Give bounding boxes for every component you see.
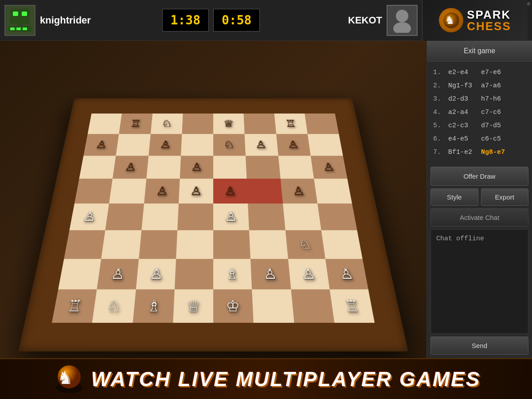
chess-cell: ♕ (213, 113, 245, 134)
chess-cell (244, 113, 276, 134)
chess-cell (146, 156, 181, 179)
chess-cell: ♘ (92, 289, 136, 323)
move-row: 5.c2-c3d7-d5 (433, 119, 526, 133)
bottom-banner[interactable]: ♞ WATCH LIVE MULTIPLAYER GAMES (0, 358, 532, 399)
style-button[interactable]: Style (430, 188, 478, 206)
chess-cell: ♙ (179, 179, 213, 203)
chess-cell (109, 179, 146, 203)
logo-area: ♞ SPARK CHESS ® (422, 0, 528, 41)
chess-cell (176, 230, 213, 258)
chess-piece: ♙ (224, 185, 237, 197)
chess-piece: ♗ (146, 298, 161, 313)
chess-cell (182, 113, 213, 134)
chess-cell (247, 179, 283, 203)
activate-chat-button[interactable]: Activate Chat (430, 208, 528, 227)
chess-cell (314, 179, 352, 203)
move-number: 5. (433, 119, 446, 133)
move-row: 1.e2-e4e7-e6 (433, 66, 526, 79)
chess-piece: ♖ (130, 119, 142, 128)
chess-cell (321, 230, 362, 258)
chess-cell: ♙ (144, 179, 180, 203)
chess-cell (88, 113, 122, 134)
opponent-timer: 0:58 (213, 9, 260, 31)
chess-cell (213, 156, 247, 179)
chess-piece: ♙ (95, 140, 108, 150)
opponent-avatar-icon (390, 8, 415, 33)
chess-cell: ♘ (285, 230, 325, 258)
sidebar: Exit game 1.e2-e4e7-e62.Ng1-f3a7-a63.d2-… (426, 41, 532, 358)
move-number: 3. (433, 93, 446, 106)
chess-piece: ♙ (124, 162, 137, 172)
chess-cell: ♖ (52, 289, 97, 323)
chess-cell (102, 230, 141, 258)
chess-cell (291, 289, 334, 323)
move-number: 4. (433, 106, 446, 119)
chess-cell: ♙ (113, 156, 149, 179)
svg-rect-6 (23, 27, 27, 30)
chess-piece: ♔ (226, 298, 240, 313)
chess-cell: ♙ (325, 258, 368, 289)
chess-piece: ♙ (338, 267, 354, 281)
chess-cell (248, 203, 285, 230)
chess-piece: ♙ (224, 211, 237, 223)
chess-piece: ♘ (297, 238, 312, 251)
chess-cell: ♙ (97, 258, 139, 289)
move-row: 6.e4-e5c6-c5 (433, 133, 526, 146)
chess-cell (213, 230, 250, 258)
svg-rect-2 (22, 12, 27, 16)
move-row: 7.Bf1-e2Ng8-e7 (433, 146, 526, 159)
chess-cell: ♙ (213, 179, 248, 203)
chess-piece: ♙ (190, 185, 202, 197)
banner-text: WATCH LIVE MULTIPLAYER GAMES (91, 367, 481, 391)
move-black: a7-a6 (481, 79, 501, 93)
chess-cell: ♙ (149, 134, 182, 156)
chess-piece: ♙ (82, 211, 97, 223)
chess-piece: ♘ (161, 119, 172, 128)
exit-game-button[interactable]: Exit game (427, 41, 532, 62)
offer-draw-button[interactable]: Offer Draw (430, 167, 528, 186)
svg-rect-7 (17, 24, 23, 27)
chess-cell (305, 113, 339, 134)
chess-cell (64, 230, 105, 258)
chess-piece: ♕ (223, 119, 234, 128)
chess-cell: ♕ (173, 289, 213, 323)
move-white: Bf1-e2 (448, 146, 478, 159)
spark-text: SPARK CHESS (467, 9, 511, 32)
chess-cell (74, 179, 113, 203)
chess-cell: ♙ (280, 179, 317, 203)
move-white: Ng1-f3 (448, 79, 478, 93)
chess-cell (175, 258, 213, 289)
send-button[interactable]: Send (430, 336, 528, 355)
chess-piece: ♙ (156, 185, 168, 197)
player-avatar (4, 5, 35, 36)
chess-piece: ♕ (186, 298, 201, 313)
chess-piece: ♖ (344, 298, 360, 313)
board-frame: ♖♘♕♖♙♙♘♙♙♙♙♙♙♙♙♙♙♙♘♙♙♗♙♙♙♖♘♗♕♔♖ (18, 98, 408, 351)
svg-rect-0 (10, 9, 30, 24)
chess-cell (317, 203, 357, 230)
banner-knight-icon: ♞ (54, 364, 85, 395)
chess-cell: ♖ (119, 113, 152, 134)
export-button[interactable]: Export (481, 188, 529, 206)
chess-cell: ♙ (250, 258, 291, 289)
chess-cell (278, 156, 314, 179)
chess-piece: ♙ (110, 267, 125, 281)
chess-cell: ♙ (310, 156, 347, 179)
move-black: e7-e6 (481, 66, 501, 79)
move-white: e2-e4 (448, 66, 478, 79)
chess-cell (252, 289, 294, 323)
chess-piece: ♙ (292, 185, 305, 197)
move-black: Ng8-e7 (481, 146, 505, 159)
chess-cell (283, 203, 321, 230)
style-export-row: Style Export (430, 188, 528, 206)
main-container: knightrider 1:38 0:58 KEKOT ♞ SPARK (0, 0, 532, 399)
chess-piece: ♙ (191, 162, 203, 172)
move-white: e4-e5 (448, 133, 478, 146)
move-list: 1.e2-e4e7-e62.Ng1-f3a7-a63.d2-d3h7-h64.a… (427, 62, 532, 164)
chess-piece: ♙ (322, 162, 336, 172)
chess-cell: ♙ (136, 258, 176, 289)
move-number: 7. (433, 146, 446, 159)
chess-cell: ♗ (133, 289, 175, 323)
move-black: c7-c6 (481, 106, 501, 119)
chess-cell: ♙ (83, 134, 119, 156)
